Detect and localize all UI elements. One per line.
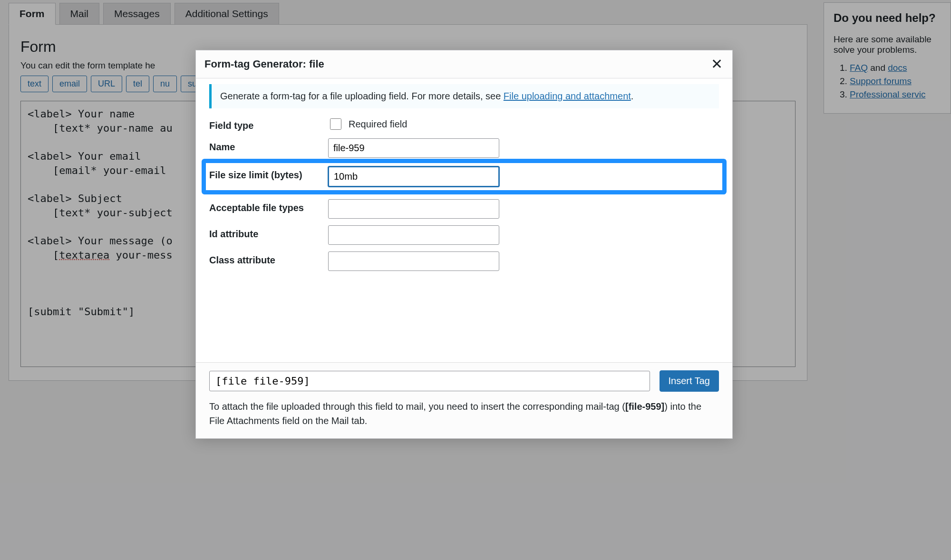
insert-tag-button[interactable]: Insert Tag [660, 370, 719, 392]
label-file-size-limit: File size limit (bytes) [209, 166, 328, 181]
footer-top-row: Insert Tag [209, 370, 719, 392]
modal-header: Form-tag Generator: file ✕ [196, 50, 732, 78]
label-class-attr: Class attribute [209, 251, 328, 266]
row-class-attr: Class attribute [209, 251, 719, 271]
row-file-types: Acceptable file types [209, 199, 719, 219]
required-field-checkbox[interactable] [330, 118, 341, 130]
id-attr-input[interactable] [328, 225, 499, 245]
name-input[interactable] [328, 138, 499, 158]
generated-tag-input[interactable] [209, 371, 650, 391]
row-field-type: Field type Required field [209, 117, 719, 132]
file-uploading-doc-link[interactable]: File uploading and attachment [504, 91, 631, 101]
modal-footer: Insert Tag To attach the file uploaded t… [196, 362, 732, 438]
modal-title: Form-tag Generator: file [204, 58, 324, 70]
file-size-limit-input[interactable] [328, 166, 499, 187]
file-types-input[interactable] [328, 199, 499, 219]
close-icon[interactable]: ✕ [711, 57, 723, 71]
footer-note: To attach the file uploaded through this… [209, 399, 719, 428]
form-tag-generator-modal: Form-tag Generator: file ✕ Generate a fo… [195, 50, 733, 439]
label-name: Name [209, 138, 328, 153]
modal-info-banner: Generate a form-tag for a file uploading… [209, 84, 719, 108]
modal-body: Generate a form-tag for a file uploading… [196, 78, 732, 362]
row-name: Name [209, 138, 719, 158]
required-field-label: Required field [349, 119, 407, 130]
label-file-types: Acceptable file types [209, 199, 328, 214]
row-id-attr: Id attribute [209, 225, 719, 245]
class-attr-input[interactable] [328, 251, 499, 271]
label-id-attr: Id attribute [209, 225, 328, 240]
row-file-size-limit: File size limit (bytes) [209, 164, 719, 189]
mail-tag: [file-959] [625, 401, 664, 412]
required-field-checkbox-wrap[interactable]: Required field [328, 117, 499, 131]
label-field-type: Field type [209, 117, 328, 132]
